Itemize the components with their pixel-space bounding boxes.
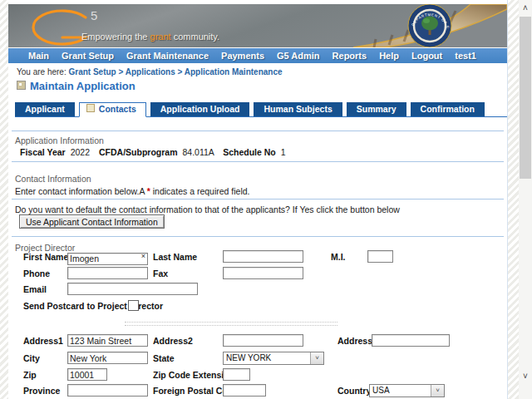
fiscal-year-value: 2022 bbox=[71, 147, 90, 157]
nav-item-reports[interactable]: Reports bbox=[332, 51, 367, 61]
address1-input[interactable] bbox=[67, 334, 148, 347]
breadcrumb: You are here: Grant Setup > Applications… bbox=[17, 67, 283, 76]
nav-item-help[interactable]: Help bbox=[379, 51, 399, 61]
g5-banner: 5 DEPARTMENT OF EDUCATION Empowering the… bbox=[8, 4, 507, 47]
first-name-wrap: × bbox=[67, 250, 148, 263]
address-row-1: Address1 Address2 Address3 bbox=[8, 334, 507, 348]
zip-label: Zip bbox=[23, 370, 37, 380]
schedule-no-value: 1 bbox=[281, 147, 286, 157]
application-information-label: Application Information bbox=[15, 135, 104, 145]
email-label: Email bbox=[23, 284, 47, 294]
fax-label: Fax bbox=[153, 268, 168, 278]
address1-label: Address1 bbox=[23, 336, 63, 346]
tab-human-subjects[interactable]: Human Subjects bbox=[254, 102, 342, 116]
required-field-note: Enter contact information below.A * indi… bbox=[15, 186, 250, 196]
vertical-scrollbar[interactable]: ˄ ˅ bbox=[519, 0, 532, 399]
send-postcard-checkbox[interactable] bbox=[128, 300, 139, 311]
divider bbox=[12, 161, 504, 162]
breadcrumb-prefix: You are here: bbox=[17, 67, 68, 76]
send-postcard-label: Send Postcard to Project Director bbox=[23, 301, 163, 311]
last-name-input[interactable] bbox=[223, 250, 303, 263]
city-input[interactable] bbox=[67, 352, 148, 364]
country-select[interactable]: USA ˅ bbox=[369, 384, 445, 397]
scroll-down-icon[interactable]: ˅ bbox=[519, 369, 532, 383]
nav-item-grant-setup[interactable]: Grant Setup bbox=[62, 51, 114, 61]
address2-input[interactable] bbox=[223, 334, 303, 347]
mi-input[interactable] bbox=[367, 250, 393, 263]
nav-item-username[interactable]: test1 bbox=[455, 51, 476, 61]
foreign-postal-code-input[interactable] bbox=[223, 384, 266, 397]
address-row-4: Province Foreign Postal Code Country USA… bbox=[8, 384, 507, 398]
page-title: Maintain Application bbox=[17, 80, 135, 92]
chevron-down-icon[interactable]: ˅ bbox=[310, 352, 323, 364]
first-name-label: First Name bbox=[23, 252, 68, 262]
education-seal: DEPARTMENT OF EDUCATION bbox=[408, 4, 451, 47]
dotted-divider bbox=[125, 322, 337, 326]
form-icon bbox=[86, 104, 95, 112]
nav-item-main[interactable]: Main bbox=[28, 51, 49, 61]
city-label: City bbox=[23, 353, 40, 363]
country-label: Country bbox=[337, 386, 371, 396]
phone-input[interactable] bbox=[67, 267, 148, 279]
email-row: Email bbox=[8, 283, 507, 297]
banner-tagline: Empowering the grant community. bbox=[81, 32, 219, 42]
phone-label: Phone bbox=[23, 268, 50, 278]
zip-input[interactable] bbox=[67, 368, 107, 381]
tab-bar: Applicant Contacts Application Upload Hu… bbox=[15, 102, 507, 117]
divider bbox=[12, 199, 504, 200]
province-label: Province bbox=[23, 386, 60, 396]
scrollbar-thumb[interactable] bbox=[520, 17, 531, 179]
chevron-down-icon[interactable]: ˅ bbox=[431, 385, 444, 397]
email-input[interactable] bbox=[67, 283, 198, 295]
state-label: State bbox=[153, 353, 175, 363]
main-nav: Main Grant Setup Grant Maintenance Payme… bbox=[8, 48, 507, 63]
zip-code-extension-input[interactable] bbox=[223, 368, 250, 381]
page-content: 5 DEPARTMENT OF EDUCATION Empowering the… bbox=[8, 0, 508, 399]
breadcrumb-path[interactable]: Grant Setup > Applications > Application… bbox=[68, 67, 282, 76]
phone-row: Phone Fax bbox=[8, 267, 507, 281]
name-row: First Name × Last Name M.I. bbox=[8, 250, 507, 264]
state-select[interactable]: NEW YORK ˅ bbox=[223, 352, 324, 365]
first-name-input[interactable] bbox=[67, 253, 148, 265]
default-contact-question: Do you want to default the contact infor… bbox=[15, 204, 400, 214]
divider bbox=[12, 236, 504, 237]
fax-input[interactable] bbox=[223, 267, 303, 279]
page-icon bbox=[17, 81, 26, 90]
scroll-up-icon[interactable]: ˄ bbox=[519, 1, 532, 15]
nav-item-g5-admin[interactable]: G5 Admin bbox=[277, 51, 320, 61]
g5-logo-5: 5 bbox=[91, 8, 97, 22]
clear-icon[interactable]: × bbox=[141, 251, 145, 262]
cfda-value: 84.011A bbox=[182, 147, 214, 157]
tab-confirmation[interactable]: Confirmation bbox=[411, 102, 485, 116]
divider bbox=[12, 131, 504, 131]
tab-contacts[interactable]: Contacts bbox=[79, 102, 146, 117]
nav-item-grant-maintenance[interactable]: Grant Maintenance bbox=[126, 51, 209, 61]
postcard-row: Send Postcard to Project Director bbox=[8, 299, 507, 313]
address-row-2: City State NEW YORK ˅ bbox=[8, 352, 507, 366]
tab-summary[interactable]: Summary bbox=[347, 102, 406, 116]
address-row-3: Zip Zip Code Extension bbox=[8, 368, 507, 382]
tab-applicant[interactable]: Applicant bbox=[15, 102, 75, 116]
address3-input[interactable] bbox=[372, 334, 450, 347]
use-applicant-contact-button[interactable]: Use Applicant Contact Information bbox=[19, 214, 165, 229]
tab-application-upload[interactable]: Application Upload bbox=[150, 102, 250, 116]
contact-information-label: Contact Information bbox=[15, 174, 91, 184]
address2-label: Address2 bbox=[153, 336, 193, 346]
province-input[interactable] bbox=[67, 384, 148, 397]
nav-item-logout[interactable]: Logout bbox=[411, 51, 442, 61]
application-information-values: Fiscal Year2022 CFDA/Subprogram84.011A S… bbox=[15, 147, 286, 157]
last-name-label: Last Name bbox=[153, 252, 197, 262]
nav-item-payments[interactable]: Payments bbox=[221, 51, 264, 61]
mi-label: M.I. bbox=[331, 252, 346, 262]
